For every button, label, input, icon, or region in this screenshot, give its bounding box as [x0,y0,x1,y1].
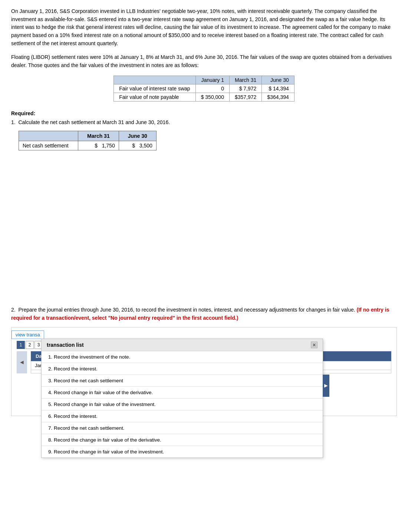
required-label: Required: [11,110,397,116]
fv-col-mar: March 31 [229,76,261,84]
q1-desc: Calculate the net cash settlement at Mar… [18,119,170,125]
q2-desc: Prepare the journal entries through June… [18,307,355,313]
popup-close-button[interactable]: × [311,342,317,348]
nav-left-arrow[interactable]: ◄ [17,351,27,373]
table-row: Fair value of interest rate swap 0 $ 7,9… [114,84,295,93]
list-item[interactable]: 3. Record the net cash settlement [42,375,323,387]
list-item[interactable]: 8. Record the change in fair value of th… [42,434,323,446]
list-item[interactable]: 1. Record the investment of the note. [42,351,323,363]
st-march-value: $ 1,750 [78,141,119,150]
required-section: Required: 1. Calculate the net cash sett… [11,110,397,150]
question-2: 2. Prepare the journal entries through J… [11,306,397,416]
fair-value-table: January 1 March 31 June 30 Fair value of… [113,76,295,102]
list-item[interactable]: 9. Record the change in fair value of th… [42,446,323,458]
fv-row2-mar: $357,972 [229,93,261,101]
popup-list: 1. Record the investment of the note. 2.… [42,351,323,458]
fv-row1-jan: 0 [195,84,229,93]
popup-scroll-right[interactable]: ► [323,375,329,397]
fv-col-jun: June 30 [262,76,294,84]
st-row-label: Net cash settlement [19,141,78,150]
fv-row1-label: Fair value of interest rate swap [114,84,195,93]
fair-value-table-wrapper: January 1 March 31 June 30 Fair value of… [11,76,397,102]
june-num: 3,500 [139,143,152,149]
list-item[interactable]: 7. Record the net cash settlement. [42,422,323,434]
list-item[interactable]: 4. Record change in fair value of the de… [42,387,323,399]
transaction-popup: transaction list × 1. Record the investm… [41,339,323,458]
q1-text: 1. Calculate the net cash settlement at … [11,119,397,126]
fv-row2-jan: $ 350,000 [195,93,229,101]
list-item[interactable]: 5. Record change in fair value of the in… [42,399,323,410]
popup-header: transaction list × [42,339,323,351]
libor-paragraph: Floating (LIBOR) settlement rates were 1… [11,53,397,69]
fv-row1-mar: $ 7,972 [229,84,261,93]
june-prefix: $ [132,143,135,149]
table-row: Fair value of note payable $ 350,000 $35… [114,93,295,101]
table-row: Net cash settlement $ 1,750 $ 3,500 [19,141,157,150]
march-num: 1,750 [102,143,115,149]
st-june-value: $ 3,500 [119,141,156,150]
tab-2[interactable]: 2 [26,341,34,349]
st-col-label [19,131,78,141]
march-prefix: $ [95,143,98,149]
popup-title: transaction list [47,342,84,348]
st-col-june: June 30 [119,131,156,141]
list-item[interactable]: 6. Record the interest. [42,410,323,422]
settlement-table: March 31 June 30 Net cash settlement $ 1… [19,131,157,150]
fv-col-label [114,76,195,84]
tab-1[interactable]: 1 [17,341,25,349]
q2-number: 2. [11,307,16,313]
q2-text: 2. Prepare the journal entries through J… [11,306,397,322]
fv-row2-jun: $364,394 [262,93,294,101]
view-transactions-button[interactable]: view transa [11,330,44,339]
list-item[interactable]: 2. Record the interest. [42,363,323,375]
fv-row2-label: Fair value of note payable [114,93,195,101]
fv-row1-jun: $ 14,394 [262,84,294,93]
q1-number: 1. [11,119,16,125]
intro-paragraph: On January 1, 2016, S&S Corporation inve… [11,7,397,47]
st-col-march: March 31 [78,131,119,141]
journal-area: view transa Journal E 1 2 3 4 5 6 ◄ Date [11,327,397,416]
fv-col-jan: January 1 [195,76,229,84]
question-1: 1. Calculate the net cash settlement at … [11,119,397,150]
